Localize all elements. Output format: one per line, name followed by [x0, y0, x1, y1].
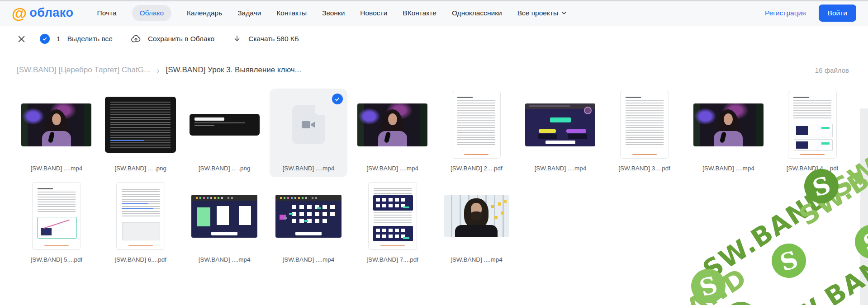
nav-news[interactable]: Новости [360, 9, 387, 17]
mailru-cloud-logo[interactable]: @ облако [12, 5, 73, 21]
watermark-text: SW.BAND [771, 240, 868, 305]
nav-all-projects-label: Все проекты [517, 9, 558, 17]
video-thumbnail [21, 103, 91, 146]
breadcrumb-row: [SW.BAND] [Церебро Таргет] ChatG... › [S… [17, 66, 849, 75]
save-to-cloud-button[interactable]: Сохранить в Облако [131, 34, 214, 44]
scrollbar[interactable] [860, 108, 868, 305]
pdf-thumbnail [788, 91, 837, 159]
selection-toolbar: 1 Выделить все Сохранить в Облако Скачат… [17, 30, 317, 48]
file-item[interactable]: [SW.BAND] 3....pdf [602, 89, 687, 177]
file-name: [SW.BAND] ....mp4 [30, 165, 82, 172]
file-item[interactable]: [SW.BAND] 7....pdf [351, 180, 435, 268]
file-name: [SW.BAND] ....mp4 [535, 165, 587, 172]
file-item[interactable]: [SW.BAND] ....mp4 [14, 89, 99, 177]
window-top-edge [0, 0, 868, 1]
image-thumbnail [190, 114, 260, 136]
video-thumbnail [444, 195, 509, 237]
download-button[interactable]: Скачать 580 КБ [232, 34, 299, 43]
file-name: [SW.BAND] 5....pdf [30, 256, 82, 263]
file-name: [SW.BAND] 7....pdf [366, 256, 418, 263]
pdf-thumbnail [116, 182, 165, 250]
watermark-s-logo: S [687, 264, 730, 305]
file-item[interactable]: [SW.BAND] 2....pdf [434, 89, 518, 177]
cloud-page: @ облако Почта Облако Календарь Задачи К… [0, 0, 868, 305]
file-name: [SW.BAND] 6....pdf [114, 256, 166, 263]
watermark-s-logo: S [767, 239, 811, 282]
video-thumbnail [357, 103, 427, 146]
file-name: [SW.BAND] ....mp4 [199, 256, 251, 263]
chevron-right-icon: › [157, 66, 159, 75]
main-nav: Почта Облако Календарь Задачи Контакты З… [97, 5, 567, 21]
video-camera-icon [301, 120, 316, 129]
watermark-s-logo: S [719, 297, 763, 305]
registration-link[interactable]: Регистрация [765, 9, 806, 17]
file-item[interactable]: [SW.BAND] ....mp4 [182, 180, 266, 268]
nav-tasks[interactable]: Задачи [237, 9, 261, 17]
file-name: [SW.BAND] 2....pdf [451, 165, 503, 172]
pdf-thumbnail [452, 91, 501, 159]
download-icon [232, 34, 242, 43]
video-thumbnail [525, 103, 595, 146]
nav-calendar[interactable]: Календарь [187, 9, 222, 17]
selected-count: 1 [57, 35, 61, 43]
video-file-placeholder [292, 105, 325, 144]
file-name: [SW.BAND] ....mp4 [283, 256, 335, 263]
file-item[interactable]: [SW.BAND] 6....pdf [99, 180, 183, 268]
file-name: [SW.BAND] 4....pdf [787, 165, 839, 172]
file-item[interactable]: [SW.BAND] 4....pdf [770, 89, 854, 177]
logo-text: облако [29, 6, 73, 20]
login-button[interactable]: Войти [819, 5, 856, 22]
pdf-thumbnail [32, 182, 81, 250]
watermark-text: SW.BAND [697, 182, 834, 285]
file-item[interactable]: [SW.BAND] ....mp4 [266, 180, 351, 268]
video-thumbnail [191, 195, 257, 238]
file-name: [SW.BAND] 3....pdf [618, 165, 670, 172]
selected-check-badge [40, 34, 50, 44]
file-item[interactable]: [SW.BAND] 5....pdf [14, 180, 99, 268]
nav-calls[interactable]: Звонки [322, 9, 345, 17]
file-name: [SW.BAND] ... .png [199, 165, 251, 172]
file-item[interactable]: [SW.BAND] ....mp4 [351, 89, 435, 177]
watermark-text: SW.BAND [616, 262, 752, 305]
image-thumbnail [105, 97, 176, 153]
nav-cloud[interactable]: Облако [132, 5, 171, 21]
file-name: [SW.BAND] ....mp4 [366, 165, 418, 172]
breadcrumb-parent-folder[interactable]: [SW.BAND] [Церебро Таргет] ChatG... [17, 66, 150, 75]
close-icon [18, 35, 25, 43]
select-all-label: Выделить все [67, 35, 113, 43]
download-label: Скачать 580 КБ [248, 35, 299, 43]
header-auth: Регистрация Войти [765, 5, 856, 22]
file-name: [SW.BAND] ....mp4 [283, 165, 335, 172]
video-thumbnail [275, 195, 342, 238]
check-icon [334, 96, 340, 102]
select-all-control[interactable]: 1 Выделить все [40, 34, 113, 44]
nav-mail[interactable]: Почта [97, 9, 116, 17]
nav-odnoklassniki[interactable]: Одноклассники [452, 9, 502, 17]
nav-all-projects[interactable]: Все проекты [517, 9, 567, 17]
file-grid-row-2: [SW.BAND] 5....pdf [SW.BAND] 6....pdf [S… [14, 180, 518, 268]
nav-vkontakte[interactable]: ВКонтакте [403, 9, 436, 17]
file-item[interactable]: [SW.BAND] ... .png [99, 89, 183, 177]
file-name: [SW.BAND] ....mp4 [702, 165, 754, 172]
save-to-cloud-label: Сохранить в Облако [148, 35, 214, 43]
nav-contacts[interactable]: Контакты [276, 9, 307, 17]
breadcrumb: [SW.BAND] [Церебро Таргет] ChatG... › [S… [17, 66, 301, 75]
pdf-thumbnail [368, 182, 417, 250]
file-item[interactable]: [SW.BAND] ....mp4 [434, 180, 518, 268]
close-selection-button[interactable] [17, 34, 26, 44]
file-item[interactable]: [SW.BAND] ... .png [182, 89, 266, 177]
file-item[interactable]: [SW.BAND] ....mp4 [518, 89, 602, 177]
mailru-at-icon: @ [12, 5, 27, 21]
selected-check-badge[interactable] [332, 94, 343, 104]
breadcrumb-current-folder: [SW.BAND] Урок 3. Выявление ключ... [166, 66, 301, 75]
file-item[interactable]: [SW.BAND] ....mp4 [687, 89, 771, 177]
chevron-down-icon [561, 11, 567, 14]
file-name: [SW.BAND] ....mp4 [451, 256, 503, 263]
file-name: [SW.BAND] ... .png [114, 165, 166, 172]
pdf-thumbnail [620, 91, 669, 159]
video-thumbnail [693, 103, 764, 146]
file-grid-row-1: [SW.BAND] ....mp4 [SW.BAND] ... .png [SW… [14, 89, 854, 177]
files-count: 16 файлов [815, 66, 849, 74]
file-item-selected[interactable]: [SW.BAND] ....mp4 [266, 89, 351, 177]
check-icon [42, 36, 47, 42]
